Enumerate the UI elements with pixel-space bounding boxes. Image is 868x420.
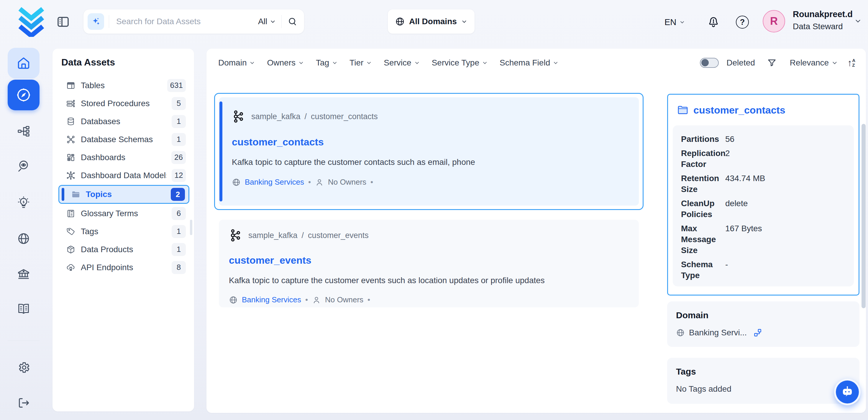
filter-schema-field[interactable]: Schema Field xyxy=(500,58,559,67)
result-card-customer-contacts[interactable]: sample_kafka / customer_contacts custome… xyxy=(214,93,644,210)
property-value: delete xyxy=(725,198,854,220)
avatar[interactable]: R xyxy=(763,10,785,32)
property-label: CleanUp Policies xyxy=(681,198,725,220)
property-label: Retention Size xyxy=(681,173,725,195)
asset-domain-link[interactable]: Banking Services xyxy=(245,178,304,187)
app-root: Search for Data Assets All All Domains E… xyxy=(0,0,868,420)
filter-owners[interactable]: Owners xyxy=(267,58,304,67)
box-icon xyxy=(66,245,75,254)
sidebar-item-data-products[interactable]: Data Products 1 xyxy=(58,240,189,258)
globe-icon xyxy=(229,296,238,304)
lineage-icon[interactable] xyxy=(17,124,30,138)
sidebar-item-glossary-terms[interactable]: Glossary Terms 6 xyxy=(58,204,189,222)
dot-separator: • xyxy=(305,295,308,304)
property-row: Max Message Size167 Bytes xyxy=(681,223,854,256)
count-badge: 26 xyxy=(172,151,186,164)
sort-a-glyph: A xyxy=(852,58,855,63)
sidebar-item-topics[interactable]: Topics 2 xyxy=(59,186,188,203)
ai-sparkle-icon[interactable] xyxy=(88,13,104,30)
search-icon[interactable] xyxy=(287,17,298,27)
kafka-icon xyxy=(229,229,242,242)
person-icon xyxy=(315,178,324,187)
logout-icon[interactable] xyxy=(17,396,30,410)
sort-by-dropdown[interactable]: Relevance xyxy=(790,58,838,67)
domains-globe-icon[interactable] xyxy=(17,232,30,245)
main-content: Domain Owners Tag Tier Service Service T… xyxy=(207,49,866,413)
filter-service-type[interactable]: Service Type xyxy=(432,58,488,67)
sidebar-item-database-schemas[interactable]: Database Schemas 1 xyxy=(58,130,189,148)
filter-tag[interactable]: Tag xyxy=(316,58,338,67)
sidebar-item-tables[interactable]: Tables 631 xyxy=(58,77,189,94)
asset-type-list: Tables 631 Stored Procedures 5 Databases… xyxy=(58,77,189,276)
asset-meta-row: Banking Services • No Owners • xyxy=(229,295,370,304)
filter-domain[interactable]: Domain xyxy=(218,58,255,67)
search-scope-label: All xyxy=(258,17,267,26)
filter-tier[interactable]: Tier xyxy=(349,58,372,67)
sidebar-item-label: Dashboard Data Models xyxy=(81,171,166,180)
user-name: Rounakpreet.d xyxy=(793,9,852,20)
filter-service[interactable]: Service xyxy=(384,58,420,67)
dot-separator: • xyxy=(370,178,373,187)
sidebar-item-databases[interactable]: Databases 1 xyxy=(58,112,189,130)
deleted-toggle[interactable] xyxy=(700,58,719,68)
domain-value[interactable]: Banking Servi... xyxy=(689,328,747,337)
sidebar-item-stored-procedures[interactable]: Stored Procedures 5 xyxy=(58,94,189,112)
sidebar-item-dashboard-data-models[interactable]: Dashboard Data Models 12 xyxy=(58,167,189,184)
breadcrumb-service[interactable]: sample_kafka xyxy=(248,231,298,240)
breadcrumb-service[interactable]: sample_kafka xyxy=(251,112,301,121)
search-input[interactable]: Search for Data Assets xyxy=(116,17,258,26)
count-badge: 1 xyxy=(172,115,186,128)
sidebar-item-label: Topics xyxy=(86,190,165,199)
filter-label: Domain xyxy=(218,58,247,67)
sidebar-collapse-icon[interactable] xyxy=(56,15,70,29)
tags-box: Tags No Tags added xyxy=(667,358,860,404)
language-dropdown[interactable]: EN xyxy=(664,0,685,44)
breadcrumb-name[interactable]: customer_contacts xyxy=(311,112,378,121)
filter-label: Service xyxy=(384,58,411,67)
sort-direction-icon[interactable]: ↑ AZ xyxy=(847,58,855,67)
chevron-down-icon[interactable] xyxy=(854,17,862,25)
property-row: Schema Type- xyxy=(681,259,854,281)
nav-home[interactable] xyxy=(8,48,39,79)
sidebar-item-dashboards[interactable]: Dashboards 26 xyxy=(58,148,189,167)
nav-explore[interactable] xyxy=(8,80,39,110)
chevron-down-icon xyxy=(270,18,276,25)
tag-icon xyxy=(66,227,75,236)
search-scope-dropdown[interactable]: All xyxy=(258,17,276,26)
hierarchy-link-icon[interactable] xyxy=(753,328,762,337)
settings-gear-icon[interactable] xyxy=(17,361,30,374)
breadcrumb: sample_kafka / customer_events xyxy=(248,231,369,240)
preview-title-link[interactable]: customer_contacts xyxy=(693,104,785,116)
dot-separator: • xyxy=(308,178,311,187)
help-icon[interactable]: ? xyxy=(736,0,749,44)
notifications-bell-icon[interactable] xyxy=(707,0,720,44)
chevron-down-icon xyxy=(249,60,255,66)
user-role: Data Steward xyxy=(793,21,852,32)
result-card-customer-events[interactable]: sample_kafka / customer_events customer_… xyxy=(219,220,639,307)
domain-selector-dropdown[interactable]: All Domains xyxy=(388,9,474,34)
asset-title-link[interactable]: customer_events xyxy=(229,254,311,266)
observability-icon[interactable] xyxy=(17,159,30,173)
sidebar-item-tags[interactable]: Tags 1 xyxy=(58,222,189,240)
dashboard-icon xyxy=(66,153,75,162)
asset-title-link[interactable]: customer_contacts xyxy=(232,136,324,148)
chat-bot-button[interactable] xyxy=(834,379,861,405)
breadcrumb-separator: / xyxy=(305,112,307,121)
filter-funnel-icon[interactable] xyxy=(767,58,777,68)
sidebar-scrollbar[interactable] xyxy=(190,220,192,235)
page-scrollbar[interactable] xyxy=(862,124,866,308)
user-menu[interactable]: Rounakpreet.d Data Steward xyxy=(793,9,852,32)
breadcrumb-name[interactable]: customer_events xyxy=(308,231,369,240)
insights-icon[interactable] xyxy=(17,196,30,209)
count-badge: 6 xyxy=(172,207,186,220)
sidebar-item-topics-selected[interactable]: Topics 2 xyxy=(58,185,189,204)
govern-bank-icon[interactable] xyxy=(17,267,30,281)
dot-separator: • xyxy=(368,295,370,304)
global-search-bar[interactable]: Search for Data Assets All xyxy=(84,9,304,34)
chevron-down-icon xyxy=(332,60,338,66)
filter-label: Schema Field xyxy=(500,58,550,67)
domain-heading: Domain xyxy=(676,310,850,320)
glossary-book-icon[interactable] xyxy=(17,302,30,316)
sidebar-item-api-endpoints[interactable]: API Endpoints 8 xyxy=(58,258,189,276)
asset-domain-link[interactable]: Banking Services xyxy=(242,295,301,304)
